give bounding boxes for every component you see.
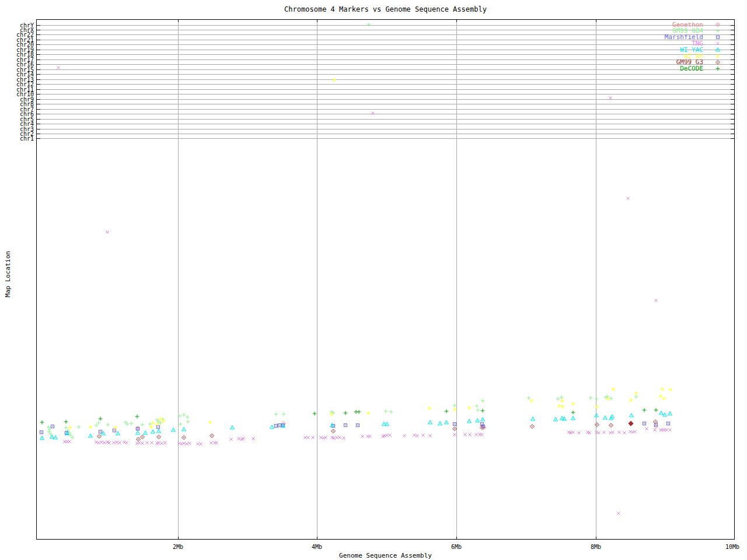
series-tng [57, 66, 671, 514]
marker-dot [661, 412, 661, 413]
cross-marker [626, 197, 629, 200]
plus-marker [595, 397, 599, 401]
marker-dot [555, 419, 556, 419]
cross-marker [138, 441, 141, 444]
marker-dot [275, 425, 276, 426]
cross-marker [633, 430, 636, 433]
x-tick-label: 4Mb [312, 544, 322, 550]
plus-marker [155, 418, 159, 422]
plus-marker [77, 425, 81, 429]
marker-dot [158, 426, 158, 427]
cross-marker [342, 436, 345, 439]
star-marker [612, 387, 616, 391]
cross-marker [645, 427, 648, 430]
marker-dot [137, 432, 138, 433]
cross-marker [611, 430, 614, 433]
marker-dot [51, 436, 52, 437]
star-marker [634, 391, 638, 396]
marker-dot [357, 425, 358, 425]
cross-marker [368, 435, 371, 438]
plus-marker [130, 422, 134, 426]
marker-dot [573, 418, 573, 418]
plus-marker [389, 410, 393, 414]
marker-dot [271, 426, 272, 427]
plus-marker [476, 408, 480, 412]
plus-marker [384, 410, 388, 414]
plus-marker [141, 423, 145, 427]
plus-marker [97, 421, 101, 425]
marker-dot [664, 414, 665, 415]
chart-plot: chrYchrXchr22chr21chr20chr19chr18chr17ch… [0, 0, 747, 560]
marker-dot [232, 427, 232, 428]
star-marker [530, 399, 534, 403]
marker-dot [469, 421, 469, 421]
plus-marker [445, 410, 449, 414]
plus-marker [124, 421, 128, 425]
marker-dot [383, 424, 384, 424]
cross-marker [416, 434, 418, 437]
x-tick-label: 6Mb [451, 544, 462, 550]
plus-marker [527, 396, 531, 400]
plus-marker [47, 430, 51, 434]
marker-dot [564, 418, 564, 419]
plus-marker [99, 417, 103, 421]
star-marker [428, 407, 432, 411]
plus-marker [475, 404, 479, 408]
plus-marker [186, 415, 190, 419]
cross-marker [480, 433, 483, 436]
marker-dot [331, 425, 332, 425]
marker-dot [333, 430, 333, 431]
cross-marker [474, 433, 477, 436]
marker-dot [279, 425, 280, 425]
plus-marker [40, 421, 44, 425]
series-marshfield [40, 422, 669, 434]
cross-marker [306, 436, 309, 439]
star-marker [659, 394, 663, 398]
legend-label: DeCODE [680, 65, 703, 72]
cross-marker [150, 441, 153, 444]
plus-marker [95, 424, 99, 428]
marker-dot [605, 417, 605, 418]
series-genethon [136, 422, 658, 430]
cross-marker [68, 440, 71, 443]
series-decode [40, 408, 658, 425]
plus-marker [481, 399, 485, 403]
plus-marker [64, 420, 68, 424]
plus-marker [64, 426, 68, 430]
cross-marker [602, 430, 605, 433]
marker-dot [596, 424, 597, 425]
marker-dot [561, 418, 562, 418]
star-marker [208, 421, 212, 425]
plus-marker [716, 29, 720, 33]
marker-dot [482, 419, 483, 419]
plus-marker [182, 413, 186, 417]
marker-dot [41, 438, 42, 438]
star-marker [162, 419, 166, 424]
cross-marker [215, 441, 218, 444]
star-marker [467, 406, 472, 410]
star-marker [159, 417, 163, 421]
star-marker [114, 426, 118, 430]
plus-marker [560, 396, 564, 400]
star-marker [156, 422, 160, 426]
marker-dot [532, 426, 532, 426]
plus-marker [609, 397, 613, 401]
marker-dot [117, 433, 118, 433]
cross-marker [185, 442, 188, 445]
cross-marker [145, 441, 148, 444]
marker-dot [477, 420, 477, 421]
plus-marker [481, 409, 485, 413]
cross-marker [428, 434, 431, 437]
cross-marker [577, 431, 580, 434]
cross-marker [163, 441, 166, 444]
chromosome-label: chr1 [20, 135, 34, 142]
star-marker [333, 78, 337, 82]
plus-marker [571, 411, 575, 415]
marker-dot [481, 424, 482, 424]
x-gridlines: 2Mb4Mb6Mb8Mb10Mb [173, 19, 739, 550]
marker-dot [631, 415, 631, 415]
marker-dot [668, 423, 668, 424]
plus-marker [589, 396, 593, 400]
cross-marker [453, 433, 456, 436]
plus-marker [71, 436, 75, 440]
